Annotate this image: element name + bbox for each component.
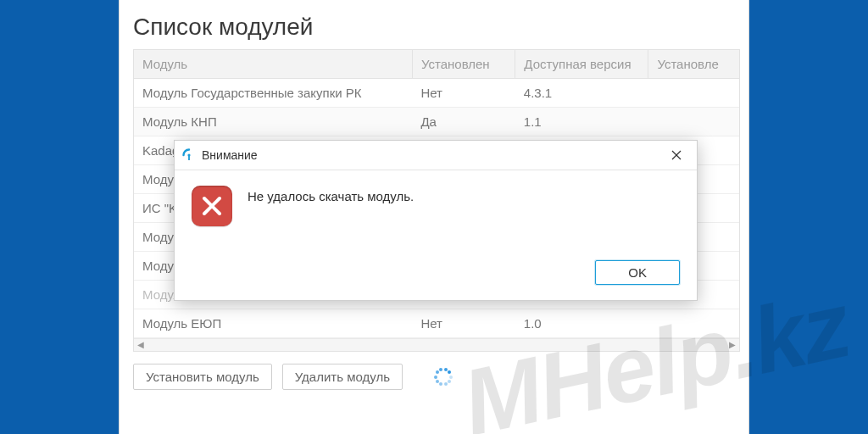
cell: Нет <box>412 79 515 108</box>
cell: Да <box>412 108 515 136</box>
install-module-button[interactable]: Установить модуль <box>133 364 272 390</box>
table-row[interactable]: Модуль КНПДа1.1 <box>134 108 739 136</box>
cell: Нет <box>412 309 515 338</box>
cell: Модуль ЕЮП <box>134 309 412 338</box>
close-icon[interactable] <box>665 146 688 164</box>
action-bar: Установить модуль Удалить модуль <box>133 364 740 390</box>
scroll-left-icon[interactable]: ◀ <box>134 339 147 351</box>
cell: 4.3.1 <box>515 79 648 108</box>
scroll-right-icon[interactable]: ▶ <box>726 339 739 351</box>
app-icon <box>181 147 197 163</box>
cell: Модуль КНП <box>134 108 412 136</box>
col-available[interactable]: Доступная версия <box>515 50 648 79</box>
cell: 1.1 <box>515 108 648 136</box>
cell <box>648 79 739 108</box>
table-row[interactable]: Модуль ЕЮПНет1.0 <box>134 309 739 338</box>
page-title: Список модулей <box>133 14 740 41</box>
cell: Модуль Государственные закупки РК <box>134 79 412 108</box>
cell: 1.0 <box>515 309 648 338</box>
dialog-titlebar[interactable]: Внимание <box>175 141 697 170</box>
ok-button[interactable]: OK <box>595 260 680 285</box>
remove-module-button[interactable]: Удалить модуль <box>282 364 403 390</box>
col-installed[interactable]: Установлен <box>412 50 515 79</box>
dialog-title: Внимание <box>202 148 258 162</box>
dialog-message: Не удалось скачать модуль. <box>248 186 414 203</box>
svg-rect-1 <box>188 155 190 160</box>
error-dialog: Внимание Не удалось скачать модуль. OK <box>174 140 698 301</box>
cell <box>648 108 739 136</box>
horizontal-scrollbar[interactable]: ◀ ▶ <box>134 338 739 351</box>
loading-spinner-icon <box>433 367 453 387</box>
table-row[interactable]: Модуль Государственные закупки РКНет4.3.… <box>134 79 739 108</box>
col-installed2[interactable]: Установле <box>648 50 739 79</box>
col-module[interactable]: Модуль <box>134 50 412 79</box>
error-icon <box>192 186 232 226</box>
cell <box>648 309 739 338</box>
